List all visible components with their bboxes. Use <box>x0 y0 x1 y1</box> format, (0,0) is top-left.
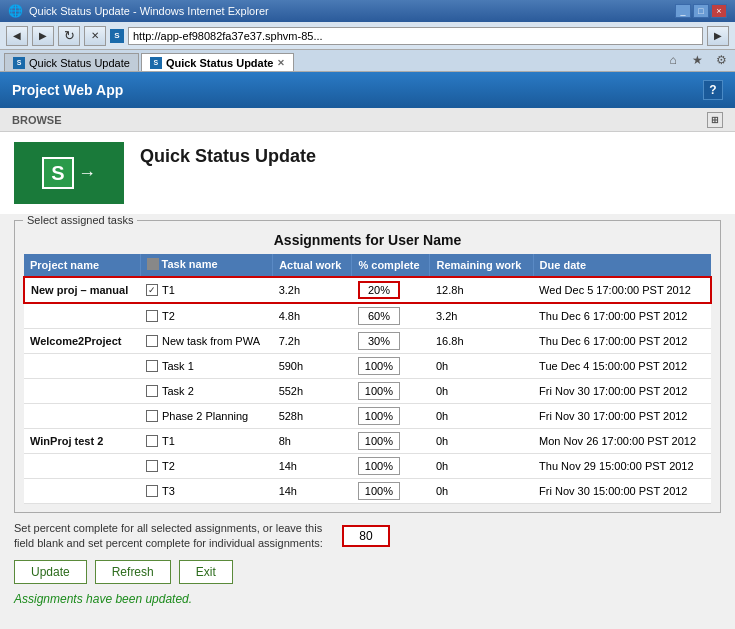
due-date-cell: Fri Nov 30 17:00:00 PST 2012 <box>533 379 711 404</box>
tab1-label: Quick Status Update <box>29 57 130 69</box>
tab2-close-icon[interactable]: ✕ <box>277 58 285 68</box>
address-input[interactable] <box>128 27 703 45</box>
actual-work-cell: 552h <box>273 379 352 404</box>
select-all-checkbox[interactable] <box>147 258 159 270</box>
due-date-cell: Fri Nov 30 15:00:00 PST 2012 <box>533 479 711 504</box>
sp-letter: S <box>42 157 74 189</box>
home-icon[interactable]: ⌂ <box>663 51 683 69</box>
forward-button[interactable]: ▶ <box>32 26 54 46</box>
pct-complete-cell[interactable] <box>352 303 430 329</box>
remaining-work-cell: 0h <box>430 354 533 379</box>
remaining-work-cell: 0h <box>430 429 533 454</box>
actual-work-cell: 590h <box>273 354 352 379</box>
stop-button[interactable]: ✕ <box>84 26 106 46</box>
pct-input[interactable] <box>358 457 400 475</box>
pct-input[interactable] <box>358 382 400 400</box>
pct-complete-cell[interactable] <box>352 277 430 303</box>
pct-input[interactable] <box>358 432 400 450</box>
pct-complete-cell[interactable] <box>352 429 430 454</box>
close-button[interactable]: × <box>711 4 727 18</box>
task-cell: T2 <box>140 303 273 329</box>
actual-work-cell: 3.2h <box>273 277 352 303</box>
back-button[interactable]: ◀ <box>6 26 28 46</box>
expand-icon[interactable]: ⊞ <box>707 112 723 128</box>
tools-icon[interactable]: ⚙ <box>711 51 731 69</box>
task-name: T1 <box>162 435 175 447</box>
pct-complete-cell[interactable] <box>352 329 430 354</box>
task-name: T1 <box>162 284 175 296</box>
task-name: New task from PWA <box>162 335 260 347</box>
col-header-actual: Actual work <box>273 254 352 277</box>
title-bar: 🌐 Quick Status Update - Windows Internet… <box>0 0 735 22</box>
task-name: T3 <box>162 485 175 497</box>
app-header: Project Web App ? <box>0 72 735 108</box>
col-header-remaining: Remaining work <box>430 254 533 277</box>
tab2-icon: S <box>150 57 162 69</box>
browse-bar: BROWSE ⊞ <box>0 108 735 132</box>
task-cell: Phase 2 Planning <box>140 404 273 429</box>
task-checkbox[interactable] <box>146 310 158 322</box>
table-title: Assignments for User Name <box>23 232 712 248</box>
minimize-button[interactable]: _ <box>675 4 691 18</box>
pct-input[interactable] <box>358 357 400 375</box>
project-name-cell: Welcome2Project <box>24 329 140 354</box>
pct-input[interactable] <box>358 407 400 425</box>
task-name: Phase 2 Planning <box>162 410 248 422</box>
remaining-work-cell: 0h <box>430 479 533 504</box>
tab-1[interactable]: S Quick Status Update <box>4 53 139 71</box>
task-checkbox[interactable] <box>146 410 158 422</box>
remaining-work-cell: 3.2h <box>430 303 533 329</box>
tab-2[interactable]: S Quick Status Update ✕ <box>141 53 295 71</box>
task-cell: T3 <box>140 479 273 504</box>
app-header-title: Project Web App <box>12 82 123 98</box>
task-checkbox[interactable] <box>146 460 158 472</box>
task-checkbox[interactable] <box>146 385 158 397</box>
due-date-cell: Mon Nov 26 17:00:00 PST 2012 <box>533 429 711 454</box>
pct-input[interactable] <box>358 482 400 500</box>
pct-complete-cell[interactable] <box>352 354 430 379</box>
refresh-button[interactable]: Refresh <box>95 560 171 584</box>
title-bar-text: Quick Status Update - Windows Internet E… <box>29 5 269 17</box>
task-name: Task 2 <box>162 385 194 397</box>
task-checkbox[interactable] <box>146 284 158 296</box>
due-date-cell: Thu Nov 29 15:00:00 PST 2012 <box>533 454 711 479</box>
ie-icon: 🌐 <box>8 4 23 18</box>
percent-input[interactable] <box>342 525 390 547</box>
sp-arrow-icon: → <box>78 163 96 184</box>
remaining-work-cell: 0h <box>430 454 533 479</box>
page-title: Quick Status Update <box>140 142 316 167</box>
maximize-button[interactable]: □ <box>693 4 709 18</box>
project-name-cell: WinProj test 2 <box>24 429 140 454</box>
percent-label: Set percent complete for all selected as… <box>14 521 334 552</box>
col-header-project: Project name <box>24 254 140 277</box>
task-cell: T2 <box>140 454 273 479</box>
actual-work-cell: 528h <box>273 404 352 429</box>
pct-input[interactable] <box>358 307 400 325</box>
pct-complete-cell[interactable] <box>352 479 430 504</box>
pct-input[interactable] <box>358 281 400 299</box>
task-checkbox[interactable] <box>146 435 158 447</box>
task-checkbox[interactable] <box>146 360 158 372</box>
exit-button[interactable]: Exit <box>179 560 233 584</box>
go-button[interactable]: ▶ <box>707 26 729 46</box>
pct-complete-cell[interactable] <box>352 404 430 429</box>
due-date-cell: Thu Dec 6 17:00:00 PST 2012 <box>533 303 711 329</box>
actual-work-cell: 14h <box>273 454 352 479</box>
tab1-icon: S <box>13 57 25 69</box>
pct-input[interactable] <box>358 332 400 350</box>
assignments-table: Project name Task name Actual work % com… <box>23 254 712 504</box>
actual-work-cell: 8h <box>273 429 352 454</box>
remaining-work-cell: 0h <box>430 379 533 404</box>
actual-work-cell: 7.2h <box>273 329 352 354</box>
actual-work-cell: 14h <box>273 479 352 504</box>
content-area: S → Quick Status Update <box>0 132 735 214</box>
update-button[interactable]: Update <box>14 560 87 584</box>
refresh-nav-button[interactable]: ↻ <box>58 26 80 46</box>
pct-complete-cell[interactable] <box>352 379 430 404</box>
help-button[interactable]: ? <box>703 80 723 100</box>
pct-complete-cell[interactable] <box>352 454 430 479</box>
col-header-due: Due date <box>533 254 711 277</box>
task-checkbox[interactable] <box>146 335 158 347</box>
task-checkbox[interactable] <box>146 485 158 497</box>
favorites-icon[interactable]: ★ <box>687 51 707 69</box>
